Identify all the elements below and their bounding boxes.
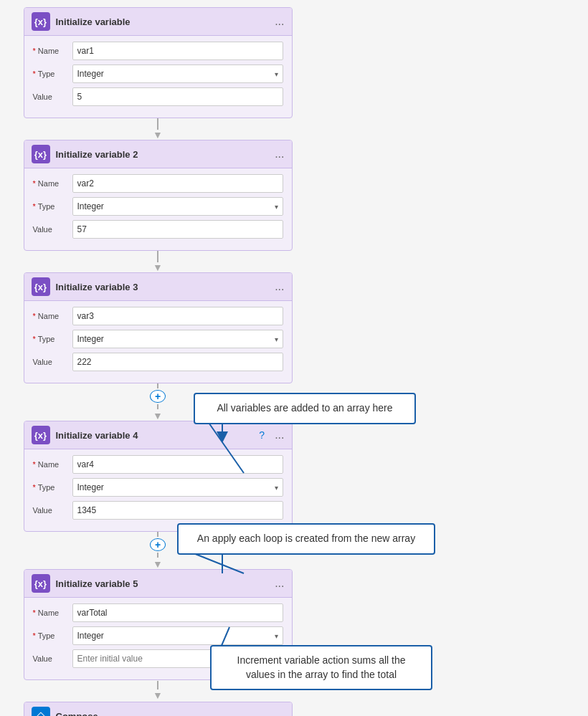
add-step-button-3[interactable]: +: [150, 390, 166, 403]
type-select-1[interactable]: Integer ▾: [72, 65, 283, 83]
value-input-4[interactable]: [72, 501, 283, 520]
compose-header: ◇ Compose ...: [24, 702, 292, 716]
name-row-2: Name: [33, 174, 283, 193]
type-label-5: Type: [33, 631, 72, 640]
init-variable-4-title: Initialize variable 4: [56, 430, 254, 441]
init-variable-4-header: {x} Initialize variable 4 ? ...: [24, 421, 292, 449]
init-variable-3-card: {x} Initialize variable 3 ... Name Type …: [24, 272, 293, 383]
variable-icon-2: {x}: [32, 145, 50, 163]
init-variable-4-card: {x} Initialize variable 4 ? ... Name Typ…: [24, 421, 293, 532]
name-row-5: Name: [33, 603, 283, 622]
chevron-down-icon-4: ▾: [275, 484, 278, 492]
connector-line-3b: [157, 404, 158, 409]
name-input-5[interactable]: [72, 603, 283, 622]
type-label-3: Type: [33, 335, 72, 343]
connector-line-4b: [157, 553, 158, 558]
add-step-button-4[interactable]: +: [150, 538, 166, 551]
init-variable-5-header: {x} Initialize variable 5 ...: [24, 570, 292, 598]
init-variable-3-title: Initialize variable 3: [56, 282, 270, 292]
name-input-2[interactable]: [72, 174, 283, 193]
type-row-4: Type Integer ▾: [33, 478, 283, 497]
connector-5: ▼: [153, 680, 163, 702]
value-label-5: Value: [33, 654, 72, 663]
name-label-5: Name: [33, 608, 72, 617]
callout-array-text: All variables are added to an array here: [217, 402, 392, 414]
name-label-1: Name: [33, 47, 72, 55]
init-variable-3-body: Name Type Integer ▾ Value: [24, 301, 292, 383]
arrow-down-3: ▼: [153, 411, 163, 421]
value-input-1[interactable]: [72, 87, 283, 106]
name-input-1[interactable]: [72, 42, 283, 60]
arrow-down-4: ▼: [153, 559, 163, 569]
compose-card: ◇ Compose ... ⊞ createArray(variables('v…: [24, 702, 293, 716]
connector-line-1: [157, 118, 158, 130]
more-menu-4[interactable]: ...: [275, 429, 284, 441]
name-label-3: Name: [33, 312, 72, 320]
value-row-3: Value: [33, 353, 283, 371]
variable-icon-5: {x}: [32, 574, 50, 593]
callout-increment: Increment variable action sums all the v…: [210, 645, 432, 690]
value-label-3: Value: [33, 358, 72, 366]
type-select-5[interactable]: Integer ▾: [72, 626, 283, 645]
type-row-2: Type Integer ▾: [33, 197, 283, 216]
type-label-2: Type: [33, 202, 72, 211]
more-menu-1[interactable]: ...: [275, 15, 284, 28]
compose-title: Compose: [56, 711, 270, 717]
arrow-down-2: ▼: [153, 262, 163, 272]
name-row-1: Name: [33, 42, 283, 60]
name-row-4: Name: [33, 455, 283, 474]
value-row-2: Value: [33, 220, 283, 239]
type-row-1: Type Integer ▾: [33, 65, 283, 83]
type-row-3: Type Integer ▾: [33, 330, 283, 348]
more-menu-3[interactable]: ...: [275, 280, 284, 293]
chevron-down-icon-5: ▾: [275, 632, 278, 640]
chevron-down-icon-3: ▾: [275, 335, 278, 343]
connector-line-3a: [157, 383, 158, 388]
variable-icon-3: {x}: [32, 277, 50, 296]
value-input-2[interactable]: [72, 220, 283, 239]
type-label-4: Type: [33, 483, 72, 492]
connector-2: ▼: [153, 251, 163, 272]
type-label-1: Type: [33, 70, 72, 78]
init-variable-1-body: Name Type Integer ▾ Value: [24, 36, 292, 118]
callout-loop: An apply each loop is created from the n…: [177, 523, 435, 555]
init-variable-2-title: Initialize variable 2: [56, 149, 270, 160]
connector-1: ▼: [153, 118, 163, 140]
value-row-4: Value: [33, 501, 283, 520]
callout-array: All variables are added to an array here: [194, 393, 416, 424]
more-menu-5[interactable]: ...: [275, 577, 284, 590]
name-input-4[interactable]: [72, 455, 283, 474]
more-menu-2[interactable]: ...: [275, 148, 284, 161]
help-icon-4[interactable]: ?: [259, 429, 265, 441]
value-row-1: Value: [33, 87, 283, 106]
value-label-2: Value: [33, 225, 72, 234]
connector-line-5: [157, 681, 158, 689]
more-menu-compose[interactable]: ...: [275, 710, 284, 716]
type-select-3[interactable]: Integer ▾: [72, 330, 283, 348]
init-variable-3-header: {x} Initialize variable 3 ...: [24, 273, 292, 301]
init-variable-2-card: {x} Initialize variable 2 ... Name Type …: [24, 140, 293, 251]
init-variable-1-title: Initialize variable: [56, 16, 270, 27]
variable-icon-1: {x}: [32, 12, 50, 31]
arrow-down-5: ▼: [153, 689, 163, 701]
arrow-down-1: ▼: [153, 130, 163, 140]
callout-increment-text: Increment variable action sums all the v…: [237, 654, 406, 680]
name-label-4: Name: [33, 460, 72, 469]
value-input-3[interactable]: [72, 353, 283, 371]
init-variable-2-body: Name Type Integer ▾ Value: [24, 168, 292, 250]
callout-loop-text: An apply each loop is created from the n…: [197, 533, 415, 544]
init-variable-2-header: {x} Initialize variable 2 ...: [24, 140, 292, 168]
name-input-3[interactable]: [72, 307, 283, 325]
name-row-3: Name: [33, 307, 283, 325]
chevron-down-icon: ▾: [275, 70, 278, 78]
init-variable-1-header: {x} Initialize variable ...: [24, 8, 292, 36]
init-variable-4-body: Name Type Integer ▾ Value: [24, 449, 292, 531]
chevron-down-icon-2: ▾: [275, 203, 278, 211]
type-select-2[interactable]: Integer ▾: [72, 197, 283, 216]
value-label-1: Value: [33, 92, 72, 101]
name-label-2: Name: [33, 179, 72, 188]
connector-line-2: [157, 251, 158, 262]
type-select-4[interactable]: Integer ▾: [72, 478, 283, 497]
init-variable-5-title: Initialize variable 5: [56, 578, 270, 589]
type-row-5: Type Integer ▾: [33, 626, 283, 645]
